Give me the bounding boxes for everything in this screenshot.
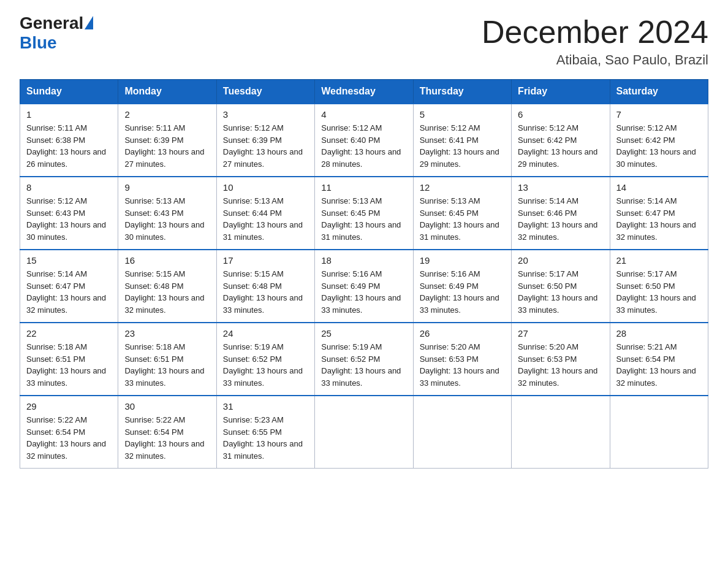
calendar-cell: 12Sunrise: 5:13 AMSunset: 6:45 PMDayligh… (413, 177, 511, 250)
day-number: 23 (124, 328, 210, 339)
day-info: Sunrise: 5:22 AMSunset: 6:54 PMDaylight:… (26, 414, 112, 462)
calendar-cell: 4Sunrise: 5:12 AMSunset: 6:40 PMDaylight… (315, 104, 413, 177)
day-info: Sunrise: 5:20 AMSunset: 6:53 PMDaylight:… (420, 341, 505, 389)
calendar-table: SundayMondayTuesdayWednesdayThursdayFrid… (20, 79, 708, 469)
calendar-cell: 31Sunrise: 5:23 AMSunset: 6:55 PMDayligh… (216, 396, 314, 469)
day-info: Sunrise: 5:15 AMSunset: 6:48 PMDaylight:… (223, 268, 308, 316)
day-number: 20 (518, 255, 603, 266)
day-number: 14 (616, 182, 702, 193)
calendar-header-saturday: Saturday (610, 80, 708, 104)
day-info: Sunrise: 5:11 AMSunset: 6:38 PMDaylight:… (26, 122, 112, 170)
calendar-cell: 30Sunrise: 5:22 AMSunset: 6:54 PMDayligh… (118, 396, 216, 469)
main-title: December 2024 (482, 15, 708, 50)
calendar-cell (610, 396, 708, 469)
logo-blue-text: Blue (20, 33, 57, 52)
day-number: 13 (518, 182, 603, 193)
day-info: Sunrise: 5:15 AMSunset: 6:48 PMDaylight:… (124, 268, 210, 316)
day-number: 10 (223, 182, 308, 193)
day-number: 26 (420, 328, 505, 339)
calendar-cell: 27Sunrise: 5:20 AMSunset: 6:53 PMDayligh… (512, 323, 610, 396)
day-number: 24 (223, 328, 308, 339)
day-info: Sunrise: 5:23 AMSunset: 6:55 PMDaylight:… (223, 414, 308, 462)
day-info: Sunrise: 5:18 AMSunset: 6:51 PMDaylight:… (124, 341, 210, 389)
day-info: Sunrise: 5:20 AMSunset: 6:53 PMDaylight:… (518, 341, 603, 389)
calendar-cell: 5Sunrise: 5:12 AMSunset: 6:41 PMDaylight… (413, 104, 511, 177)
page-container: General Blue December 2024 Atibaia, Sao … (0, 0, 728, 488)
day-info: Sunrise: 5:12 AMSunset: 6:42 PMDaylight:… (518, 122, 603, 170)
calendar-header-sunday: Sunday (20, 80, 118, 104)
calendar-cell: 24Sunrise: 5:19 AMSunset: 6:52 PMDayligh… (216, 323, 314, 396)
day-number: 3 (223, 109, 308, 120)
calendar-cell (413, 396, 511, 469)
day-number: 4 (321, 109, 406, 120)
calendar-cell: 15Sunrise: 5:14 AMSunset: 6:47 PMDayligh… (20, 250, 118, 323)
day-info: Sunrise: 5:14 AMSunset: 6:47 PMDaylight:… (616, 195, 702, 243)
calendar-cell: 6Sunrise: 5:12 AMSunset: 6:42 PMDaylight… (512, 104, 610, 177)
calendar-cell: 1Sunrise: 5:11 AMSunset: 6:38 PMDaylight… (20, 104, 118, 177)
day-number: 1 (26, 109, 112, 120)
day-info: Sunrise: 5:18 AMSunset: 6:51 PMDaylight:… (26, 341, 112, 389)
calendar-week-row: 29Sunrise: 5:22 AMSunset: 6:54 PMDayligh… (20, 396, 708, 469)
calendar-header-row: SundayMondayTuesdayWednesdayThursdayFrid… (20, 80, 708, 104)
day-number: 5 (420, 109, 505, 120)
calendar-cell: 29Sunrise: 5:22 AMSunset: 6:54 PMDayligh… (20, 396, 118, 469)
logo-general-text: General (20, 15, 83, 32)
logo: General (20, 15, 93, 32)
calendar-header-thursday: Thursday (413, 80, 511, 104)
day-info: Sunrise: 5:14 AMSunset: 6:46 PMDaylight:… (518, 195, 603, 243)
day-info: Sunrise: 5:12 AMSunset: 6:40 PMDaylight:… (321, 122, 406, 170)
title-area: December 2024 Atibaia, Sao Paulo, Brazil (482, 15, 708, 68)
calendar-cell: 9Sunrise: 5:13 AMSunset: 6:43 PMDaylight… (118, 177, 216, 250)
day-info: Sunrise: 5:19 AMSunset: 6:52 PMDaylight:… (223, 341, 308, 389)
day-number: 12 (420, 182, 505, 193)
calendar-cell: 19Sunrise: 5:16 AMSunset: 6:49 PMDayligh… (413, 250, 511, 323)
day-info: Sunrise: 5:11 AMSunset: 6:39 PMDaylight:… (124, 122, 210, 170)
subtitle: Atibaia, Sao Paulo, Brazil (482, 52, 708, 68)
calendar-week-row: 22Sunrise: 5:18 AMSunset: 6:51 PMDayligh… (20, 323, 708, 396)
calendar-cell (315, 396, 413, 469)
day-info: Sunrise: 5:12 AMSunset: 6:41 PMDaylight:… (420, 122, 505, 170)
day-number: 8 (26, 182, 112, 193)
day-number: 6 (518, 109, 603, 120)
calendar-cell: 11Sunrise: 5:13 AMSunset: 6:45 PMDayligh… (315, 177, 413, 250)
day-info: Sunrise: 5:13 AMSunset: 6:45 PMDaylight:… (420, 195, 505, 243)
day-info: Sunrise: 5:12 AMSunset: 6:39 PMDaylight:… (223, 122, 308, 170)
day-number: 2 (124, 109, 210, 120)
day-info: Sunrise: 5:17 AMSunset: 6:50 PMDaylight:… (518, 268, 603, 316)
calendar-week-row: 1Sunrise: 5:11 AMSunset: 6:38 PMDaylight… (20, 104, 708, 177)
calendar-header-friday: Friday (512, 80, 610, 104)
header-row: General Blue December 2024 Atibaia, Sao … (20, 15, 708, 68)
day-number: 16 (124, 255, 210, 266)
logo-area: General Blue (20, 15, 93, 53)
day-number: 30 (124, 401, 210, 412)
day-number: 21 (616, 255, 702, 266)
day-number: 22 (26, 328, 112, 339)
day-info: Sunrise: 5:13 AMSunset: 6:44 PMDaylight:… (223, 195, 308, 243)
calendar-cell (512, 396, 610, 469)
calendar-header-wednesday: Wednesday (315, 80, 413, 104)
calendar-cell: 2Sunrise: 5:11 AMSunset: 6:39 PMDaylight… (118, 104, 216, 177)
day-number: 19 (420, 255, 505, 266)
calendar-cell: 28Sunrise: 5:21 AMSunset: 6:54 PMDayligh… (610, 323, 708, 396)
day-number: 17 (223, 255, 308, 266)
calendar-cell: 7Sunrise: 5:12 AMSunset: 6:42 PMDaylight… (610, 104, 708, 177)
day-number: 18 (321, 255, 406, 266)
calendar-cell: 20Sunrise: 5:17 AMSunset: 6:50 PMDayligh… (512, 250, 610, 323)
day-number: 15 (26, 255, 112, 266)
day-info: Sunrise: 5:12 AMSunset: 6:43 PMDaylight:… (26, 195, 112, 243)
day-info: Sunrise: 5:13 AMSunset: 6:43 PMDaylight:… (124, 195, 210, 243)
calendar-week-row: 15Sunrise: 5:14 AMSunset: 6:47 PMDayligh… (20, 250, 708, 323)
calendar-cell: 26Sunrise: 5:20 AMSunset: 6:53 PMDayligh… (413, 323, 511, 396)
day-number: 9 (124, 182, 210, 193)
day-info: Sunrise: 5:21 AMSunset: 6:54 PMDaylight:… (616, 341, 702, 389)
calendar-header-monday: Monday (118, 80, 216, 104)
day-number: 27 (518, 328, 603, 339)
day-number: 25 (321, 328, 406, 339)
day-info: Sunrise: 5:16 AMSunset: 6:49 PMDaylight:… (420, 268, 505, 316)
day-info: Sunrise: 5:19 AMSunset: 6:52 PMDaylight:… (321, 341, 406, 389)
calendar-cell: 25Sunrise: 5:19 AMSunset: 6:52 PMDayligh… (315, 323, 413, 396)
calendar-cell: 10Sunrise: 5:13 AMSunset: 6:44 PMDayligh… (216, 177, 314, 250)
day-number: 7 (616, 109, 702, 120)
calendar-week-row: 8Sunrise: 5:12 AMSunset: 6:43 PMDaylight… (20, 177, 708, 250)
day-number: 31 (223, 401, 308, 412)
